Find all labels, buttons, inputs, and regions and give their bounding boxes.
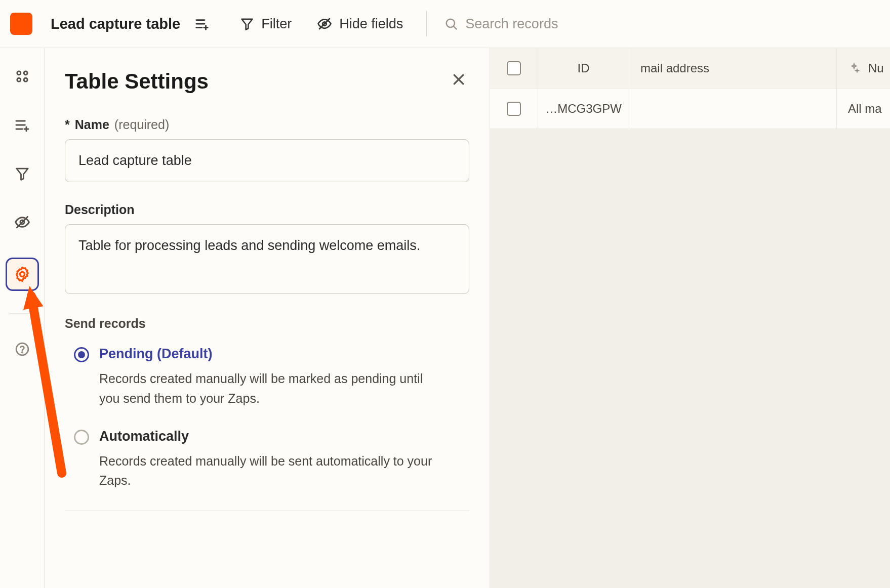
add-field-button[interactable] — [193, 13, 211, 34]
sidebar-help[interactable] — [9, 336, 35, 362]
left-sidebar — [0, 48, 45, 588]
radio-title: Automatically — [99, 429, 469, 444]
filter-icon — [15, 166, 30, 181]
description-input[interactable] — [65, 224, 469, 294]
add-field-icon — [194, 16, 210, 31]
filter-icon — [240, 17, 254, 31]
search-input[interactable] — [465, 16, 617, 32]
close-icon — [451, 72, 466, 87]
radio-pending[interactable]: Pending (Default) Records created manual… — [65, 346, 469, 408]
toolbar-divider — [426, 11, 427, 36]
close-button[interactable] — [448, 68, 469, 94]
help-icon — [15, 342, 30, 357]
row-nu-cell[interactable]: All ma — [837, 89, 890, 129]
sidebar-divider — [10, 313, 35, 314]
svg-point-13 — [24, 78, 27, 81]
settings-panel: Table Settings * Name (required) Descrip… — [45, 48, 490, 588]
table-empty-area — [490, 129, 890, 588]
table-header-row: ID mail address Nu — [490, 48, 890, 89]
column-header-nu[interactable]: Nu — [837, 48, 890, 88]
search-wrap[interactable] — [444, 16, 617, 32]
name-field-label: * Name (required) — [65, 117, 469, 132]
table-title[interactable]: Lead capture table — [51, 16, 180, 32]
table-area: ID mail address Nu …MCG3GPW All ma — [490, 48, 890, 588]
sidebar-filter[interactable] — [9, 160, 35, 187]
row-select-cell[interactable] — [490, 89, 538, 129]
svg-point-12 — [17, 78, 20, 81]
checkbox-icon — [507, 61, 521, 75]
select-all-cell[interactable] — [490, 48, 538, 88]
add-field-icon — [14, 117, 30, 133]
svg-marker-5 — [242, 19, 253, 30]
name-input[interactable] — [65, 139, 469, 182]
sidebar-add-field[interactable] — [9, 112, 35, 138]
filter-label: Filter — [261, 16, 292, 32]
app-logo[interactable] — [10, 13, 32, 35]
sidebar-settings[interactable] — [6, 258, 39, 291]
column-header-id[interactable]: ID — [538, 48, 629, 88]
svg-marker-19 — [16, 169, 28, 180]
row-email-cell[interactable] — [629, 89, 837, 129]
svg-point-22 — [20, 272, 24, 276]
grid-icon — [14, 68, 30, 85]
hide-fields-button[interactable]: Hide fields — [311, 13, 409, 35]
filter-button[interactable]: Filter — [234, 13, 298, 35]
sparkle-icon — [848, 62, 860, 74]
eye-off-icon — [14, 214, 30, 230]
radio-automatically[interactable]: Automatically Records created manually w… — [65, 429, 469, 491]
sidebar-hide-fields[interactable] — [9, 209, 35, 235]
hide-fields-label: Hide fields — [339, 16, 403, 32]
radio-icon — [74, 430, 89, 445]
svg-point-11 — [24, 71, 27, 75]
radio-title: Pending (Default) — [99, 346, 469, 362]
sidebar-apps[interactable] — [9, 63, 35, 90]
panel-title: Table Settings — [65, 69, 209, 94]
table-row[interactable]: …MCG3GPW All ma — [490, 89, 890, 129]
radio-icon — [74, 347, 89, 362]
radio-desc: Records created manually will be sent au… — [99, 451, 433, 491]
radio-desc: Records created manually will be marked … — [99, 369, 433, 408]
column-header-email[interactable]: mail address — [629, 48, 837, 88]
eye-off-icon — [317, 16, 332, 31]
panel-divider — [65, 511, 469, 511]
search-icon — [444, 17, 458, 31]
description-field-label: Description — [65, 202, 469, 217]
gear-icon — [14, 266, 31, 283]
row-id-cell[interactable]: …MCG3GPW — [538, 89, 629, 129]
svg-point-24 — [22, 352, 23, 353]
svg-point-10 — [17, 71, 20, 75]
send-records-label: Send records — [65, 316, 469, 331]
top-toolbar: Lead capture table Filter Hide fields — [0, 0, 890, 48]
svg-line-9 — [454, 26, 457, 29]
checkbox-icon — [507, 102, 521, 116]
